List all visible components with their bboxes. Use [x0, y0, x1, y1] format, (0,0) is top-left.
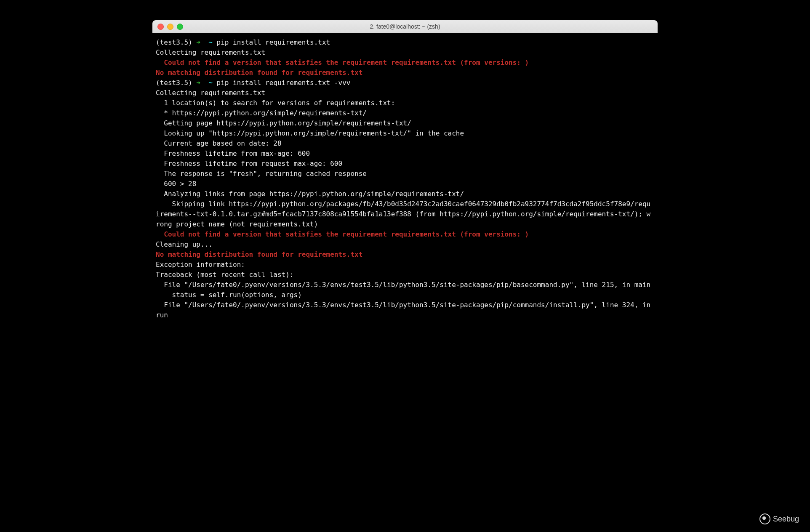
prompt-env: (test3.5) — [156, 79, 192, 87]
output-line: Cleaning up... — [156, 240, 213, 248]
window-title: 2. fate0@localhost: ~ (zsh) — [152, 23, 658, 30]
bug-icon — [759, 513, 770, 524]
command-text: pip install requirements.txt -vvv — [217, 79, 351, 87]
terminal-output[interactable]: (test3.5) ➜ ~ pip install requirements.t… — [152, 33, 658, 329]
terminal-window: 2. fate0@localhost: ~ (zsh) (test3.5) ➜ … — [152, 20, 658, 329]
output-line: 600 > 28 — [156, 180, 196, 188]
output-line: 1 location(s) to search for versions of … — [156, 99, 395, 107]
output-line: Freshness lifetime from request max-age:… — [156, 160, 342, 168]
output-line: * https://pypi.python.org/simple/require… — [156, 109, 367, 117]
output-line: Exception information: — [156, 261, 245, 269]
output-line: File "/Users/fate0/.pyenv/versions/3.5.3… — [156, 281, 650, 289]
output-line: File "/Users/fate0/.pyenv/versions/3.5.3… — [156, 301, 655, 319]
error-line: No matching distribution found for requi… — [156, 69, 362, 77]
titlebar: 2. fate0@localhost: ~ (zsh) — [152, 20, 658, 33]
output-line: Current age based on date: 28 — [156, 139, 282, 147]
output-line: The response is "fresh", returning cache… — [156, 170, 367, 178]
prompt-env: (test3.5) — [156, 38, 192, 46]
traffic-lights — [157, 24, 183, 30]
close-icon[interactable] — [157, 24, 164, 30]
output-line: Freshness lifetime from max-age: 600 — [156, 149, 310, 157]
prompt-arrow: ➜ — [192, 79, 205, 87]
output-line: Skipping link https://pypi.python.org/pa… — [156, 200, 650, 228]
maximize-icon[interactable] — [177, 24, 183, 30]
command-text: pip install requirements.txt — [217, 38, 330, 46]
output-line: Traceback (most recent call last): — [156, 271, 294, 279]
output-line: Collecting requirements.txt — [156, 48, 265, 56]
output-line: Analyzing links from page https://pypi.p… — [156, 190, 464, 198]
watermark: Seebug — [759, 513, 799, 524]
prompt-path: ~ — [205, 38, 217, 46]
output-line: Getting page https://pypi.python.org/sim… — [156, 119, 411, 127]
prompt-arrow: ➜ — [192, 38, 205, 46]
watermark-text: Seebug — [773, 515, 799, 524]
output-line: Looking up "https://pypi.python.org/simp… — [156, 129, 464, 137]
prompt-path: ~ — [205, 79, 217, 87]
error-line: No matching distribution found for requi… — [156, 250, 362, 258]
output-line: Collecting requirements.txt — [156, 89, 265, 97]
error-line: Could not find a version that satisfies … — [156, 59, 529, 66]
output-line: status = self.run(options, args) — [156, 291, 302, 299]
error-line: Could not find a version that satisfies … — [156, 230, 529, 238]
minimize-icon[interactable] — [167, 24, 173, 30]
